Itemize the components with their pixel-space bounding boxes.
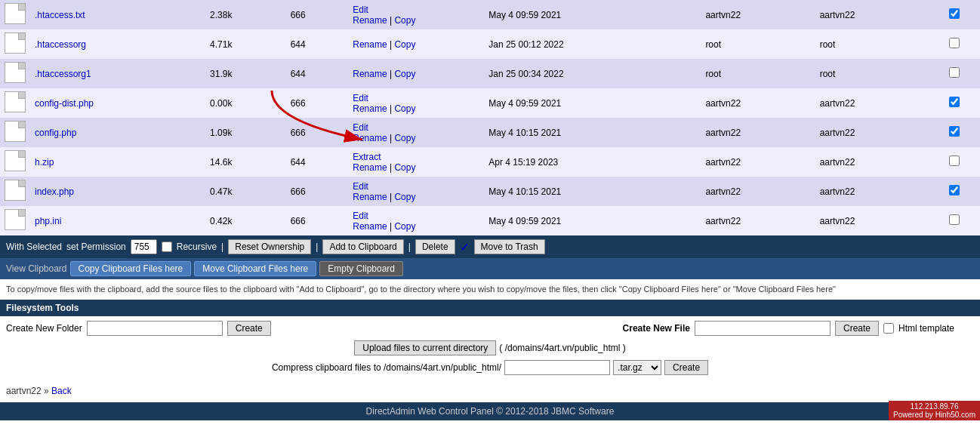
back-link[interactable]: Back: [51, 386, 72, 396]
move-to-trash-button[interactable]: Move to Trash: [474, 239, 545, 254]
create-file-input[interactable]: [695, 321, 831, 336]
file-owner: aartvn22: [701, 0, 815, 29]
file-perm: 666: [286, 206, 349, 235]
file-checkbox[interactable]: [949, 185, 960, 195]
copy-link[interactable]: Copy: [394, 162, 415, 173]
rename-link[interactable]: Rename: [353, 133, 387, 143]
extract-link[interactable]: Extract: [353, 152, 381, 162]
file-size: 31.9k: [205, 59, 286, 88]
file-icon-cell: [0, 177, 30, 206]
rename-link[interactable]: Rename: [353, 162, 387, 173]
file-date: Jan 25 00:34 2022: [484, 59, 701, 88]
rename-link[interactable]: Rename: [353, 69, 387, 79]
html-template-checkbox[interactable]: [883, 323, 894, 334]
file-icon: [5, 121, 26, 142]
copy-link[interactable]: Copy: [394, 69, 415, 79]
footer-bar: DirectAdmin Web Control Panel © 2012-201…: [0, 402, 980, 420]
copy-link[interactable]: Copy: [394, 221, 415, 232]
file-checkbox[interactable]: [949, 8, 960, 19]
file-checkbox-cell[interactable]: [929, 177, 980, 206]
file-name: config.php: [30, 118, 205, 147]
move-clipboard-button[interactable]: Move Clipboard Files here: [194, 261, 316, 276]
rename-link[interactable]: Rename: [353, 221, 387, 232]
file-owner: aartvn22: [701, 88, 815, 118]
file-date: May 4 10:15 2021: [484, 177, 701, 206]
footer-copyright: DirectAdmin Web Control Panel © 2012-201…: [366, 406, 615, 417]
file-actions: EditRename | Copy: [348, 88, 484, 118]
file-name: php.ini: [30, 206, 205, 235]
recursive-checkbox[interactable]: [162, 242, 172, 252]
file-checkbox[interactable]: [949, 155, 960, 166]
file-perm: 644: [286, 59, 349, 88]
file-size: 0.47k: [205, 177, 286, 206]
file-perm: 666: [286, 88, 349, 118]
file-checkbox[interactable]: [949, 126, 960, 137]
file-checkbox[interactable]: [949, 214, 960, 225]
edit-link[interactable]: Edit: [353, 181, 368, 192]
copy-link[interactable]: Copy: [394, 192, 415, 202]
file-icon-cell: [0, 118, 30, 147]
compress-input[interactable]: [504, 360, 610, 375]
create-folder-button[interactable]: Create: [227, 321, 271, 336]
file-checkbox-cell[interactable]: [929, 147, 980, 177]
copy-link[interactable]: Copy: [394, 39, 415, 50]
view-clipboard-label: View Clipboard: [6, 263, 67, 274]
file-size: 0.00k: [205, 88, 286, 118]
edit-link[interactable]: Edit: [353, 5, 368, 15]
upload-button[interactable]: Upload files to current directory: [354, 340, 496, 355]
copy-clipboard-button[interactable]: Copy Clipboard Files here: [70, 261, 192, 276]
delete-button[interactable]: Delete: [415, 239, 455, 254]
reset-ownership-button[interactable]: Reset Ownership: [228, 239, 311, 254]
footer-nav: aartvn22 » Back: [0, 383, 980, 399]
compress-row: Compress clipboard files to /domains/4ar…: [6, 360, 974, 375]
rename-link[interactable]: Rename: [353, 103, 387, 114]
edit-link[interactable]: Edit: [353, 122, 368, 133]
create-folder-input[interactable]: [87, 321, 223, 336]
file-group: aartvn22: [815, 147, 929, 177]
separator-1: |: [221, 242, 223, 252]
edit-link[interactable]: Edit: [353, 211, 368, 221]
file-name: config-dist.php: [30, 88, 205, 118]
set-perm-label: set Permission: [66, 242, 126, 252]
file-checkbox-cell[interactable]: [929, 59, 980, 88]
file-icon-cell: [0, 0, 30, 29]
compress-format-select[interactable]: .tar.gz .tar.bz2 .zip: [613, 360, 661, 375]
rename-link[interactable]: Rename: [353, 39, 387, 50]
file-icon-cell: [0, 147, 30, 177]
file-group: aartvn22: [815, 88, 929, 118]
footer-user: aartvn22: [6, 386, 42, 396]
file-checkbox-cell[interactable]: [929, 88, 980, 118]
file-size: 0.42k: [205, 206, 286, 235]
create-file-label: Create New File: [623, 323, 690, 334]
compress-create-button[interactable]: Create: [664, 360, 708, 375]
file-icon-cell: [0, 206, 30, 235]
edit-link[interactable]: Edit: [353, 93, 368, 103]
file-checkbox[interactable]: [949, 38, 960, 48]
file-checkbox-cell[interactable]: [929, 0, 980, 29]
empty-clipboard-button[interactable]: Empty Clipboard: [319, 261, 403, 276]
copy-link[interactable]: Copy: [394, 103, 415, 114]
file-checkbox-cell[interactable]: [929, 206, 980, 235]
rename-link[interactable]: Rename: [353, 15, 387, 26]
file-owner: aartvn22: [701, 206, 815, 235]
rename-link[interactable]: Rename: [353, 192, 387, 202]
powered-label: 112.213.89.76Powered by Hinh50.com: [889, 401, 980, 420]
file-owner: aartvn22: [701, 177, 815, 206]
file-checkbox-cell[interactable]: [929, 118, 980, 147]
with-selected-label: With Selected: [6, 242, 62, 252]
copy-link[interactable]: Copy: [394, 133, 415, 143]
file-owner: root: [701, 29, 815, 59]
with-selected-bar: With Selected set Permission Recursive |…: [0, 235, 980, 258]
file-checkbox-cell[interactable]: [929, 29, 980, 59]
add-to-clipboard-button[interactable]: Add to Clipboard: [322, 239, 403, 254]
file-checkbox[interactable]: [949, 97, 960, 107]
html-template-label: Html template: [898, 323, 974, 334]
file-checkbox[interactable]: [949, 67, 960, 78]
create-file-button[interactable]: Create: [835, 321, 879, 336]
create-folder-row: Create New Folder Create Create New File…: [6, 321, 974, 336]
permission-input[interactable]: [131, 239, 157, 254]
file-date: Jan 25 00:12 2022: [484, 29, 701, 59]
copy-link[interactable]: Copy: [394, 15, 415, 26]
file-size: 14.6k: [205, 147, 286, 177]
recursive-label: Recursive: [177, 242, 217, 252]
